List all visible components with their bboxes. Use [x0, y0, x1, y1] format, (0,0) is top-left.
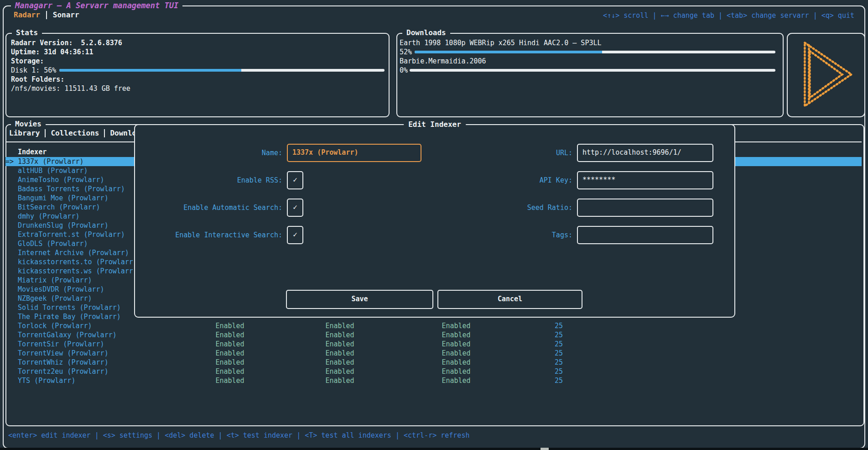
indexer-row[interactable]: TorrentGalaxy (Prowlarr)EnabledEnabledEn… — [5, 330, 862, 340]
app-title: Managarr – A Servarr management TUI — [11, 1, 182, 10]
enable-interactive-search-checkbox[interactable]: ✓ — [287, 226, 303, 244]
indexer-rss-cell: Enabled — [203, 358, 257, 367]
download-progress-bar — [415, 51, 775, 53]
download-progress-fill — [415, 51, 602, 53]
tab-collections[interactable]: Collections — [51, 129, 99, 137]
indexer-row[interactable]: Torrentz2eu (Prowlarr)EnabledEnabledEnab… — [5, 367, 862, 376]
download-item-percent: 0% — [400, 66, 408, 74]
indexer-name: Solid Torrents (Prowlarr) — [18, 303, 121, 312]
edit-indexer-modal: Edit Indexer Name: 1337x (Prowlarr) URL:… — [134, 124, 735, 318]
disk-usage-bar-fill — [59, 69, 241, 72]
radarr-version: Radarr Version: 5.2.6.8376 — [11, 39, 122, 47]
indexer-interactive-cell: Enabled — [429, 349, 483, 358]
tab-divider — [104, 129, 105, 137]
indexer-auto-cell: Enabled — [312, 321, 367, 330]
indexer-name: Miatrix (Prowlarr) — [18, 276, 92, 285]
indexer-auto-cell: Enabled — [312, 367, 367, 376]
indexer-auto-cell: Enabled — [312, 358, 367, 367]
indexer-rss-cell: Enabled — [203, 340, 257, 349]
root-folders-label: Root Folders: — [11, 75, 64, 84]
selected-row-marker: => — [5, 157, 14, 166]
indexer-name: YTS (Prowlarr) — [18, 376, 75, 385]
enable-automatic-search-checkbox[interactable]: ✓ — [287, 199, 303, 217]
indexer-auto-cell: Enabled — [312, 340, 367, 349]
indexer-name: TorrentGalaxy (Prowlarr) — [18, 330, 117, 340]
tab-divider — [46, 11, 47, 19]
downloads-panel-title: Downloads — [402, 29, 450, 37]
name-label: Name: — [135, 149, 282, 157]
disk-usage-label: Disk 1: 56% — [11, 66, 56, 74]
indexer-interactive-cell: Enabled — [429, 367, 483, 376]
enable-interactive-search-label: Enable Interactive Search: — [135, 231, 282, 239]
seed-ratio-label: Seed Ratio: — [430, 204, 572, 212]
indexer-name: kickasstorrents.ws (Prowlarr) — [18, 267, 137, 276]
indexer-name: TorrentWhiz (Prowlarr) — [18, 358, 109, 367]
save-button[interactable]: Save — [286, 290, 433, 309]
indexer-row[interactable]: TorrentView (Prowlarr)EnabledEnabledEnab… — [5, 349, 862, 358]
indexer-name: TorrentSir (Prowlarr) — [18, 340, 104, 349]
enable-rss-label: Enable RSS: — [135, 176, 282, 184]
api-key-label: API Key: — [430, 176, 572, 184]
indexer-name: ExtraTorrent.st (Prowlarr) — [18, 230, 125, 239]
indexer-name: Internet Archive (Prowlarr) — [18, 248, 129, 257]
servarr-tab-bar: Radarr Sonarr — [14, 11, 79, 19]
cancel-button[interactable]: Cancel — [437, 290, 582, 309]
disk-usage-bar — [59, 69, 385, 72]
indexer-rss-cell: Enabled — [203, 376, 257, 385]
managarr-play-logo-icon — [792, 37, 859, 114]
indexer-interactive-cell: Enabled — [429, 321, 483, 330]
indexer-rss-cell: Enabled — [203, 349, 257, 358]
indexer-auto-cell: Enabled — [312, 330, 367, 340]
movies-panel-title: Movies — [11, 120, 46, 128]
indexer-row[interactable]: Torlock (Prowlarr)EnabledEnabledEnabled2… — [5, 321, 862, 330]
download-progress-bar — [410, 69, 775, 72]
cursor-artifact — [541, 448, 549, 450]
indexer-auto-cell: Enabled — [312, 349, 367, 358]
indexer-name: TorrentView (Prowlarr) — [18, 349, 109, 358]
indexer-name: 1337x (Prowlarr) — [18, 157, 84, 166]
storage-label: Storage: — [11, 57, 44, 65]
url-input[interactable]: http://localhost:9696/1/ — [577, 144, 713, 162]
tab-divider — [45, 129, 46, 137]
indexer-name: BitSearch (Prowlarr) — [18, 203, 100, 212]
indexer-interactive-cell: Enabled — [429, 376, 483, 385]
name-input[interactable]: 1337x (Prowlarr) — [287, 144, 421, 162]
indexer-priority-cell: 25 — [545, 376, 572, 385]
api-key-input[interactable]: ******** — [577, 171, 713, 189]
tab-radarr[interactable]: Radarr — [14, 11, 40, 19]
indexer-interactive-cell: Enabled — [429, 358, 483, 367]
screen-bottom-strip — [0, 448, 868, 450]
indexer-interactive-cell: Enabled — [429, 340, 483, 349]
root-folder-free-space: /nfs/movies: 11511.43 GB free — [11, 84, 130, 93]
indexer-priority-cell: 25 — [545, 358, 572, 367]
indexer-priority-cell: 25 — [545, 321, 572, 330]
stats-panel-title: Stats — [12, 29, 42, 37]
indexer-name: Torrentz2eu (Prowlarr) — [18, 367, 109, 376]
indexer-priority-cell: 25 — [545, 330, 572, 340]
indexer-row[interactable]: TorrentSir (Prowlarr)EnabledEnabledEnabl… — [5, 340, 862, 349]
indexer-name: NZBgeek (Prowlarr) — [18, 294, 92, 303]
download-item-title: Earth 1998 1080p WEBRip x265 Hindi AAC2.… — [400, 39, 602, 47]
indexer-interactive-cell: Enabled — [429, 330, 483, 340]
indexer-name: Badass Torrents (Prowlarr) — [18, 184, 125, 194]
indexer-row[interactable]: YTS (Prowlarr)EnabledEnabledEnabled25 — [5, 376, 862, 385]
top-keyboard-hints: <↑↓> scroll | ←→ change tab | <tab> chan… — [603, 11, 854, 20]
footer-keyboard-hints: <enter> edit indexer | <s> settings | <d… — [8, 431, 469, 440]
download-item-percent: 52% — [400, 48, 412, 56]
indexer-name: The Pirate Bay (Prowlarr) — [18, 312, 121, 321]
tab-sonarr[interactable]: Sonarr — [53, 11, 79, 19]
enable-rss-checkbox[interactable]: ✓ — [287, 171, 303, 189]
modal-title: Edit Indexer — [404, 120, 466, 129]
indexer-name: GloDLS (Prowlarr) — [18, 239, 88, 248]
indexer-rss-cell: Enabled — [203, 330, 257, 340]
indexer-row[interactable]: TorrentWhiz (Prowlarr)EnabledEnabledEnab… — [5, 358, 862, 367]
movies-tab-bar: Library Collections Downloads — [9, 129, 150, 137]
enable-automatic-search-label: Enable Automatic Search: — [135, 204, 282, 212]
tab-library[interactable]: Library — [9, 129, 40, 137]
indexer-name: dmhy (Prowlarr) — [18, 212, 79, 221]
indexer-name: kickasstorrents.to (Prowlarr) — [18, 257, 137, 267]
tags-input[interactable] — [577, 226, 713, 244]
indexer-name: Torlock (Prowlarr) — [18, 321, 92, 330]
url-label: URL: — [430, 149, 572, 157]
seed-ratio-input[interactable] — [577, 199, 713, 217]
